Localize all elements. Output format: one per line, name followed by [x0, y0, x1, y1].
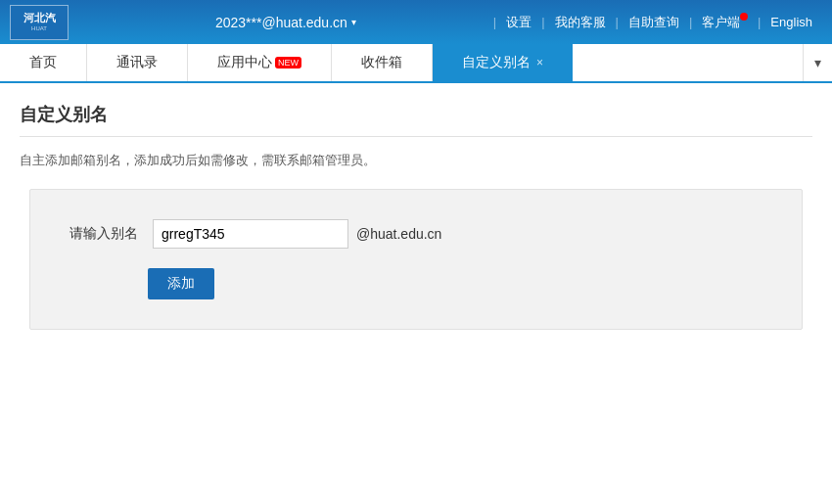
logo: 河北汽 HUAT: [10, 5, 69, 40]
page-content: 自定义别名 自主添加邮箱别名，添加成功后如需修改，需联系邮箱管理员。 请输入别名…: [0, 83, 832, 349]
alias-input-row: 请输入别名 @huat.edu.cn: [69, 219, 763, 249]
logo-inner: 河北汽 HUAT: [10, 5, 69, 40]
page-description: 自主添加邮箱别名，添加成功后如需修改，需联系邮箱管理员。: [20, 152, 812, 169]
tab-home[interactable]: 首页: [0, 44, 87, 81]
tab-alias[interactable]: 自定义别名 ×: [433, 44, 573, 81]
page-title: 自定义别名: [20, 103, 812, 126]
alias-label: 请输入别名: [69, 225, 138, 243]
nav-english[interactable]: English: [761, 15, 822, 29]
tabbar: 首页 通讯录 应用中心 NEW 收件箱 自定义别名 × ▾: [0, 44, 832, 83]
alias-input[interactable]: [153, 219, 348, 249]
page-divider: [20, 136, 812, 137]
tab-appstore[interactable]: 应用中心 NEW: [188, 44, 332, 81]
btn-row: 添加: [69, 268, 763, 299]
tab-contacts[interactable]: 通讯录: [87, 44, 188, 81]
header: 河北汽 HUAT 2023***@huat.edu.cn ▾ | 设置 | 我的…: [0, 0, 832, 44]
nav-self-query[interactable]: 自助查询: [619, 14, 689, 31]
tab-more-button[interactable]: ▾: [803, 44, 832, 81]
nav-client[interactable]: 客户端: [692, 13, 758, 31]
account-email: 2023***@huat.edu.cn: [215, 15, 347, 30]
chevron-down-icon: ▾: [814, 55, 821, 70]
header-nav: | 设置 | 我的客服 | 自助查询 | 客户端 | English: [493, 13, 822, 31]
account-area: 2023***@huat.edu.cn ▾: [78, 15, 493, 30]
tab-inbox[interactable]: 收件箱: [332, 44, 433, 81]
tab-close-icon[interactable]: ×: [536, 56, 543, 69]
add-button[interactable]: 添加: [148, 268, 214, 299]
notification-dot: [740, 13, 748, 21]
new-badge: NEW: [275, 57, 301, 69]
nav-my-service[interactable]: 我的客服: [545, 14, 616, 31]
nav-settings[interactable]: 设置: [496, 14, 541, 31]
form-area: 请输入别名 @huat.edu.cn 添加: [29, 189, 803, 330]
account-dropdown-icon[interactable]: ▾: [351, 17, 356, 27]
email-suffix: @huat.edu.cn: [356, 226, 441, 242]
